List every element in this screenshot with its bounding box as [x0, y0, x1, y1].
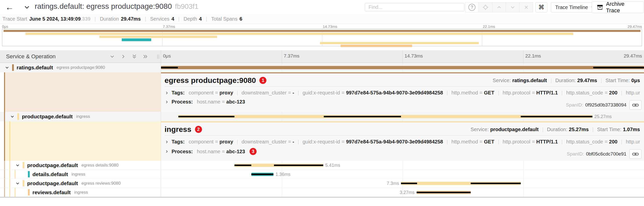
span-detail-header[interactable]: ingress2Service:productpage.default|Dura…: [165, 124, 640, 135]
summary-separator: |: [206, 16, 207, 22]
span-id-label: SpanID:: [567, 151, 584, 157]
span-timeline-cell[interactable]: [161, 63, 644, 72]
next-result-button[interactable]: [506, 2, 519, 12]
indent-guide: [4, 161, 5, 170]
summary-label: Depth: [184, 16, 197, 22]
operation-name: ingress: [76, 114, 90, 119]
tag-value: proxy: [220, 139, 233, 145]
find-input[interactable]: [368, 4, 464, 10]
start-time-label: Start Time:: [606, 78, 630, 83]
ruler-tick-label: 0μs: [163, 53, 171, 59]
title-chevron-down-icon[interactable]: [23, 4, 31, 11]
find-input-wrapper: [365, 3, 464, 11]
indent-guide: [9, 121, 10, 161]
operation-name: egress reviews:9080: [82, 181, 121, 186]
operation-name: ingress: [74, 190, 88, 195]
keyboard-shortcuts-button[interactable]: ⌘: [535, 2, 547, 12]
row-collapse-chevron-icon[interactable]: [5, 65, 10, 70]
span-meta: Service:productpage.default|Duration:25.…: [470, 127, 640, 132]
process-key: host.name: [197, 149, 220, 154]
tag-value: proxy: [220, 90, 233, 96]
span-timeline-cell[interactable]: 7.3ms: [161, 179, 644, 188]
span-row-details.default[interactable]: details.defaultingress1.36ms: [0, 170, 644, 179]
summary-label: Trace Start: [3, 16, 27, 22]
process-value: abc-123: [226, 149, 245, 154]
process-label: Process:: [172, 149, 193, 154]
row-collapse-chevron-icon[interactable]: [15, 163, 20, 168]
indent-guide: [4, 179, 5, 188]
link-icon: [632, 150, 639, 158]
tags-row[interactable]: Tags:component=proxy|downstream_cluster=…: [165, 90, 640, 96]
collapse-all-icon[interactable]: [131, 53, 138, 60]
span-timeline-cell[interactable]: 25.27ms: [161, 112, 644, 121]
process-value: abc-123: [226, 99, 245, 105]
summary-value: June 5 2024, 13:49:09.339: [29, 16, 91, 22]
span-row-reviews.default[interactable]: reviews.defaultingress3.27ms: [0, 188, 644, 197]
expand-one-icon[interactable]: [120, 53, 127, 60]
span-timeline-cell[interactable]: 1.36ms: [161, 170, 644, 179]
prev-result-button[interactable]: [492, 2, 506, 12]
tags-row[interactable]: Tags:component=proxy|downstream_cluster=…: [165, 139, 640, 145]
minimap-canvas[interactable]: [2, 29, 642, 46]
service-operation-header: Service & Operation ||: [0, 50, 161, 63]
equals: =: [222, 149, 225, 154]
tag-value: HTTP/1.1: [536, 90, 558, 96]
start-time-value: 0μs: [631, 78, 640, 83]
tag-separator: |: [498, 139, 499, 145]
span-name-cell[interactable]: productpage.defaultingress: [0, 112, 161, 121]
span-name-cell[interactable]: details.defaultingress: [0, 170, 161, 179]
critical-path-segment: [417, 192, 471, 193]
span-row-productpage.default[interactable]: productpage.defaultingress25.27ms: [0, 112, 644, 121]
duration-label: Duration:: [555, 78, 576, 83]
span-row-productpage.default[interactable]: productpage.defaultegress details:90805.…: [0, 161, 644, 170]
span-timeline-cell[interactable]: 3.27ms: [161, 188, 644, 197]
help-button[interactable]: ?: [465, 2, 479, 12]
tag-separator: |: [561, 139, 562, 145]
deep-link-button[interactable]: [629, 100, 641, 110]
span-duration-label: 7.3ms: [387, 181, 399, 186]
tag-value: -: [293, 90, 294, 96]
span-id-label: SpanID:: [566, 102, 583, 108]
tag-separator: |: [237, 139, 238, 145]
operation-name: egress details:9080: [82, 163, 118, 168]
span-name-cell[interactable]: ratings.defaultegress productpage:9080: [0, 63, 161, 72]
clear-search-button[interactable]: [519, 2, 533, 12]
divider: [165, 135, 640, 136]
minimap-span-bar: [4, 30, 640, 32]
span-row-productpage.default[interactable]: productpage.defaultegress reviews:90807.…: [0, 179, 644, 188]
archive-trace-button[interactable]: Archive Trace: [592, 2, 644, 13]
chevron-up-icon: [496, 4, 502, 10]
span-name-cell[interactable]: productpage.defaultegress reviews:9080: [0, 179, 161, 188]
span-detail-header[interactable]: egress productpage:90801Service:ratings.…: [165, 75, 640, 86]
tag-value: 200: [609, 139, 617, 145]
deep-link-button[interactable]: [629, 149, 641, 159]
span-detail-body: egress productpage:90801Service:ratings.…: [161, 72, 644, 112]
equals: =: [288, 139, 291, 145]
row-gridline: [523, 170, 524, 179]
indent-guide: [15, 170, 16, 179]
span-row-ratings.default[interactable]: ratings.defaultegress productpage:9080: [0, 63, 644, 72]
row-collapse-chevron-icon[interactable]: [10, 114, 15, 119]
locate-span-button[interactable]: [479, 2, 492, 12]
column-resizer-handle[interactable]: ||: [157, 54, 160, 59]
span-name-cell[interactable]: productpage.defaultegress details:9080: [0, 161, 161, 170]
critical-path-segment: [401, 183, 417, 184]
row-collapse-chevron-icon[interactable]: [15, 181, 20, 186]
equals: =: [605, 139, 608, 145]
summary-separator: |: [145, 16, 146, 22]
span-name-cell[interactable]: reviews.defaultingress: [0, 188, 161, 197]
tag-separator: |: [621, 90, 622, 96]
span-bar[interactable]: [161, 66, 644, 69]
expand-all-icon[interactable]: [142, 53, 149, 60]
minimap-span-bar: [99, 36, 217, 38]
collapse-one-icon[interactable]: [109, 53, 115, 60]
indent-guide: [4, 188, 5, 197]
tag-key: http.url: [626, 90, 640, 96]
back-arrow-icon[interactable]: ←: [5, 2, 15, 12]
indent-guide: [4, 72, 5, 112]
minimap-tick-label: 0μs: [2, 24, 8, 29]
span-timeline-cell[interactable]: 5.41ms: [161, 161, 644, 170]
indent-guide: [4, 112, 5, 121]
span-duration-label: 1.36ms: [275, 172, 290, 177]
minimap-tick-label: 22.1ms: [483, 24, 495, 29]
